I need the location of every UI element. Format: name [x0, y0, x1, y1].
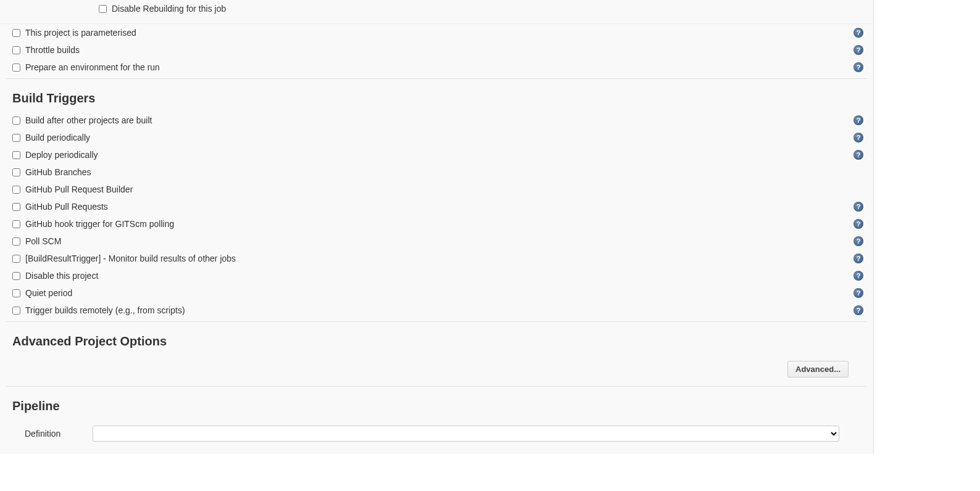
trigger-row: GitHub Branches	[0, 163, 873, 181]
help-icon[interactable]: ?	[853, 150, 863, 160]
trigger-checkbox[interactable]	[12, 134, 20, 142]
trigger-checkbox[interactable]	[12, 168, 20, 176]
page: Disable Rebuilding for this job This pro…	[0, 0, 980, 454]
help-icon[interactable]: ?	[853, 288, 863, 298]
help-icon[interactable]: ?	[853, 115, 863, 125]
trigger-label: GitHub Pull Requests	[25, 202, 108, 212]
definition-select[interactable]	[93, 426, 839, 442]
trigger-checkbox[interactable]	[12, 203, 20, 211]
help-icon[interactable]: ?	[853, 305, 863, 315]
trigger-label: GitHub Pull Request Builder	[25, 184, 133, 194]
trigger-checkbox[interactable]	[12, 117, 20, 125]
parameterised-label: This project is parameterised	[25, 28, 136, 38]
advanced-row: Advanced...	[0, 355, 873, 384]
trigger-checkbox[interactable]	[12, 255, 20, 263]
parameterised-row: This project is parameterised ?	[0, 24, 873, 41]
trigger-label: Disable this project	[25, 271, 98, 281]
trigger-checkbox[interactable]	[12, 186, 20, 194]
trigger-row: Disable this project?	[0, 267, 873, 284]
trigger-checkbox[interactable]	[12, 220, 20, 228]
build-triggers-title: Build Triggers	[0, 79, 873, 112]
trigger-label: Trigger builds remotely (e.g., from scri…	[25, 305, 185, 315]
help-icon[interactable]: ?	[853, 271, 863, 281]
help-icon[interactable]: ?	[853, 236, 863, 246]
trigger-row: Build after other projects are built?	[0, 112, 873, 129]
trigger-label: Build periodically	[25, 133, 90, 142]
throttle-label: Throttle builds	[25, 45, 80, 55]
parameterised-checkbox[interactable]	[12, 29, 20, 37]
trigger-row: GitHub Pull Request Builder	[0, 181, 873, 198]
disable-rebuilding-row: Disable Rebuilding for this job	[6, 2, 867, 15]
trigger-label: GitHub Branches	[25, 167, 91, 177]
trigger-checkbox[interactable]	[12, 289, 20, 297]
trigger-label: Poll SCM	[25, 236, 61, 246]
help-icon[interactable]: ?	[853, 219, 863, 229]
trigger-label: Quiet period	[25, 288, 72, 298]
prepare-env-checkbox[interactable]	[12, 64, 20, 72]
trigger-label: Build after other projects are built	[25, 115, 152, 125]
disable-rebuilding-label: Disable Rebuilding for this job	[112, 4, 226, 14]
throttle-row: Throttle builds ?	[0, 41, 873, 59]
trigger-label: Deploy periodically	[25, 150, 98, 160]
trigger-label: GitHub hook trigger for GITScm polling	[25, 219, 174, 229]
help-icon[interactable]: ?	[853, 28, 863, 38]
trigger-label: [BuildResultTrigger] - Monitor build res…	[25, 254, 236, 263]
prepare-env-row: Prepare an environment for the run ?	[0, 59, 873, 76]
trigger-row: [BuildResultTrigger] - Monitor build res…	[0, 250, 873, 267]
trigger-row: Deploy periodically?	[0, 146, 873, 163]
build-triggers-list: Build after other projects are built?Bui…	[0, 112, 873, 319]
help-icon[interactable]: ?	[853, 45, 863, 55]
help-icon[interactable]: ?	[853, 62, 863, 72]
trigger-checkbox[interactable]	[12, 151, 20, 159]
trigger-row: GitHub hook trigger for GITScm polling?	[0, 215, 873, 233]
help-icon[interactable]: ?	[853, 254, 863, 263]
definition-label: Definition	[25, 429, 93, 439]
definition-row: Definition	[0, 419, 873, 442]
trigger-checkbox[interactable]	[12, 237, 20, 246]
help-icon[interactable]: ?	[853, 133, 863, 142]
trigger-row: GitHub Pull Requests?	[0, 198, 873, 215]
trigger-row: Trigger builds remotely (e.g., from scri…	[0, 302, 873, 319]
trigger-row: Quiet period?	[0, 284, 873, 302]
pipeline-title: Pipeline	[0, 387, 873, 419]
prepare-env-label: Prepare an environment for the run	[25, 62, 160, 72]
trigger-row: Build periodically?	[0, 129, 873, 146]
general-options-block: Disable Rebuilding for this job	[0, 0, 873, 24]
trigger-checkbox[interactable]	[12, 272, 20, 280]
trigger-checkbox[interactable]	[12, 307, 20, 315]
advanced-button[interactable]: Advanced...	[787, 361, 849, 378]
help-icon[interactable]: ?	[853, 202, 863, 212]
throttle-checkbox[interactable]	[12, 46, 20, 54]
advanced-title: Advanced Project Options	[0, 322, 873, 355]
config-panel: Disable Rebuilding for this job This pro…	[0, 0, 874, 454]
trigger-row: Poll SCM?	[0, 233, 873, 250]
disable-rebuilding-checkbox[interactable]	[99, 5, 107, 13]
